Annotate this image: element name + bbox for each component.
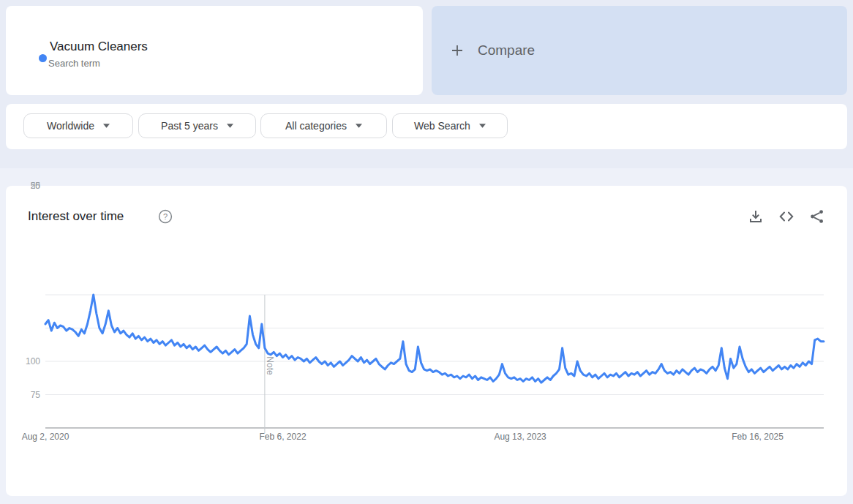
category-filter-label: All categories	[285, 120, 347, 132]
search-term-subtitle: Search term	[48, 58, 100, 69]
chevron-down-icon	[356, 124, 362, 128]
search-term-card[interactable]: Vacuum Cleaners Search term	[6, 6, 423, 95]
region-filter-dropdown[interactable]: Worldwide	[23, 113, 133, 138]
note-label[interactable]: Note	[265, 356, 275, 375]
trend-line	[45, 295, 824, 383]
time-range-filter-dropdown[interactable]: Past 5 years	[138, 113, 256, 138]
search-type-filter-label: Web Search	[414, 120, 470, 132]
download-icon[interactable]	[748, 208, 764, 225]
chevron-down-icon	[103, 124, 110, 128]
plus-icon	[450, 43, 465, 58]
x-axis-tick: Aug 13, 2023	[494, 432, 546, 442]
share-icon[interactable]	[809, 208, 825, 225]
interest-over-time-chart[interactable]: Note	[6, 271, 847, 454]
filter-bar: Worldwide Past 5 years All categories We…	[6, 104, 847, 149]
chevron-down-icon	[479, 124, 486, 128]
y-axis-tick: 25	[6, 181, 40, 191]
search-term-title: Vacuum Cleaners	[50, 40, 148, 54]
interest-over-time-card: Interest over time ? 100 75 50 25 Note	[6, 186, 847, 496]
x-axis-tick: Feb 6, 2022	[260, 432, 307, 442]
embed-icon[interactable]	[778, 208, 794, 225]
x-axis-tick: Feb 16, 2025	[732, 432, 784, 442]
add-comparison-card[interactable]: Compare	[432, 6, 847, 95]
chevron-down-icon	[227, 124, 233, 128]
compare-label: Compare	[478, 42, 535, 59]
time-range-filter-label: Past 5 years	[161, 120, 218, 132]
svg-text:?: ?	[163, 212, 168, 221]
chart-actions	[748, 208, 825, 225]
search-type-filter-dropdown[interactable]: Web Search	[392, 113, 508, 138]
help-icon[interactable]: ?	[158, 209, 173, 224]
category-filter-dropdown[interactable]: All categories	[260, 113, 387, 138]
region-filter-label: Worldwide	[47, 120, 94, 132]
chart-section-title: Interest over time	[28, 209, 124, 224]
x-axis-tick: Aug 2, 2020	[22, 432, 69, 442]
series-color-dot	[39, 54, 47, 62]
